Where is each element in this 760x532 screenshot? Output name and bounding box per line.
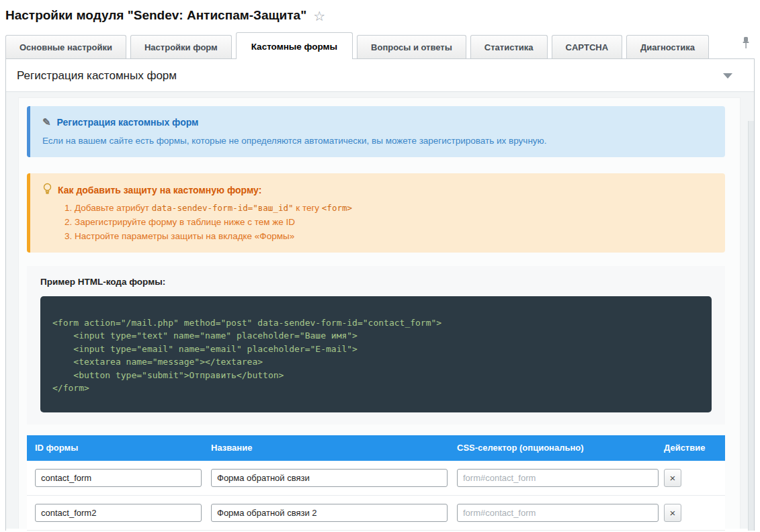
- table-row: ×: [27, 461, 725, 496]
- code-example-section: Пример HTML-кода формы: <form action="/m…: [27, 266, 725, 425]
- header-action: Действие: [659, 443, 725, 453]
- form-id-input[interactable]: [35, 469, 202, 487]
- table-row: ×: [27, 496, 725, 531]
- info-box-text: Если на вашем сайте есть формы, которые …: [42, 135, 713, 147]
- attr-code-snippet: data-sendev-form-id="ваш_id": [152, 203, 294, 213]
- tab-captcha[interactable]: CAPTCHA: [552, 35, 623, 58]
- tip-step-2: Зарегистрируйте форму в таблице ниже с т…: [75, 216, 713, 230]
- form-tag-snippet: <form>: [322, 203, 352, 213]
- right-scroll-gutter: [748, 121, 754, 531]
- tab-statistics[interactable]: Статистика: [470, 35, 548, 58]
- header-css-selector: CSS-селектор (опционально): [452, 443, 659, 453]
- info-box-title-row: ✎ Регистрация кастомных форм: [42, 116, 713, 128]
- tab-diagnostics[interactable]: Диагностика: [626, 35, 709, 58]
- bulb-icon: [42, 183, 52, 197]
- delete-row-button[interactable]: ×: [664, 469, 681, 487]
- favorite-star-icon[interactable]: ☆: [313, 9, 325, 23]
- pin-icon[interactable]: [741, 36, 751, 52]
- collapse-chevron-icon[interactable]: [723, 73, 732, 79]
- tab-bar: Основные настройки Настройки форм Кастом…: [0, 27, 760, 58]
- page-title: Настройки модуля "Sendev: Антиспам-Защит…: [5, 8, 306, 23]
- code-example-label: Пример HTML-кода формы:: [40, 277, 712, 287]
- form-id-input[interactable]: [35, 504, 202, 522]
- tip-box: Как добавить защиту на кастомную форму: …: [27, 173, 725, 253]
- table-header-row: ID формы Название CSS-селектор (опционал…: [27, 435, 725, 461]
- form-name-input[interactable]: [211, 504, 448, 522]
- content-card: ✎ Регистрация кастомных форм Если на ваш…: [18, 97, 741, 529]
- header-name: Название: [203, 443, 452, 453]
- info-box: ✎ Регистрация кастомных форм Если на ваш…: [27, 106, 725, 157]
- tab-form-settings[interactable]: Настройки форм: [130, 35, 232, 58]
- header-form-id: ID формы: [27, 443, 203, 453]
- info-box-title: Регистрация кастомных форм: [57, 117, 199, 128]
- custom-forms-table: ID формы Название CSS-селектор (опционал…: [27, 435, 725, 531]
- html-code-block: <form action="/mail.php" method="post" d…: [40, 296, 712, 412]
- css-selector-input[interactable]: [457, 469, 659, 487]
- css-selector-input[interactable]: [457, 504, 659, 522]
- settings-container: Регистрация кастомных форм ✎ Регистрация…: [5, 58, 755, 531]
- section-header: Регистрация кастомных форм: [6, 59, 754, 91]
- tab-faq[interactable]: Вопросы и ответы: [357, 35, 466, 58]
- tip-box-title: Как добавить защиту на кастомную форму:: [58, 185, 261, 195]
- tip-step-1: Добавьте атрибут data-sendev-form-id="ва…: [75, 202, 713, 216]
- delete-row-button[interactable]: ×: [664, 504, 681, 522]
- form-name-input[interactable]: [211, 469, 448, 487]
- tab-main-settings[interactable]: Основные настройки: [5, 35, 126, 58]
- tip-steps-list: Добавьте атрибут data-sendev-form-id="ва…: [42, 202, 713, 244]
- section-title: Регистрация кастомных форм: [17, 69, 177, 83]
- tab-custom-forms[interactable]: Кастомные формы: [236, 32, 353, 59]
- section-panel: ✎ Регистрация кастомных форм Если на ваш…: [6, 91, 754, 529]
- pencil-icon: ✎: [42, 116, 51, 128]
- tip-box-title-row: Как добавить защиту на кастомную форму:: [42, 183, 713, 197]
- page-header: Настройки модуля "Sendev: Антиспам-Защит…: [0, 0, 760, 27]
- tip-step-3: Настройте параметры защиты на вкладке «Ф…: [75, 230, 713, 244]
